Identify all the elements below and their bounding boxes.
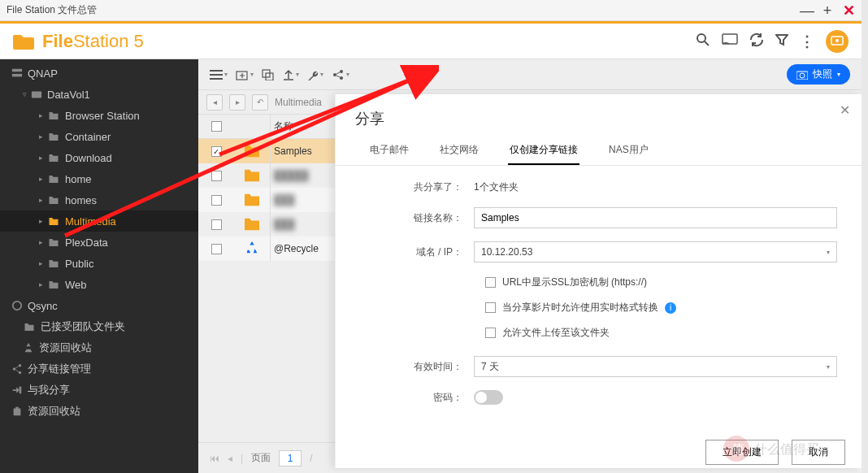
sidebar-item-label: PlexData xyxy=(65,236,108,249)
close-icon[interactable]: ✕ xyxy=(842,3,855,18)
svg-line-12 xyxy=(15,367,19,369)
sidebar-item-label: Multimedia xyxy=(65,215,116,228)
pager-first-icon[interactable]: ⏮ xyxy=(210,453,219,464)
copy-button[interactable] xyxy=(262,69,275,80)
info-icon[interactable]: i xyxy=(665,302,676,314)
view-mode-button[interactable]: ▾ xyxy=(210,69,228,80)
valid-label: 有效时间： xyxy=(360,360,474,374)
sidebar-item-label: DataVol1 xyxy=(47,89,90,101)
ssl-checkbox[interactable] xyxy=(485,277,496,288)
sidebar-item-plexdata[interactable]: ▸PlexData xyxy=(0,232,198,253)
share-button[interactable]: ▾ xyxy=(332,69,349,80)
sidebar-item-分享链接管理[interactable]: 分享链接管理 xyxy=(0,358,198,380)
nav-up-button[interactable]: ↶ xyxy=(252,94,268,111)
sidebar-item-label: Qsync xyxy=(28,300,58,312)
svg-line-1 xyxy=(705,41,709,46)
snapshot-button[interactable]: 快照▾ xyxy=(787,64,850,85)
share-tab-1[interactable]: 社交网络 xyxy=(438,137,480,165)
refresh-icon[interactable] xyxy=(749,33,764,50)
minimize-icon[interactable]: — xyxy=(800,3,813,18)
svg-point-11 xyxy=(19,371,22,375)
sidebar-item-web[interactable]: ▸Web xyxy=(0,274,198,295)
sidebar-item-label: 分享链接管理 xyxy=(28,362,91,376)
sidebar-item-home[interactable]: ▸home xyxy=(0,168,198,189)
domain-label: 域名 / IP： xyxy=(360,245,474,259)
sidebar-item-container[interactable]: ▸Container xyxy=(0,126,198,147)
svg-point-4 xyxy=(835,39,839,42)
sidebar-item-label: 资源回收站 xyxy=(39,341,92,355)
share-tab-2[interactable]: 仅创建分享链接 xyxy=(508,137,579,165)
svg-point-10 xyxy=(13,367,16,371)
sidebar: QNAP▿DataVol1▸Browser Station▸Container▸… xyxy=(0,59,198,473)
ssl-label: URL中显示SSL加密机制 (https://) xyxy=(502,276,647,289)
transcode-checkbox[interactable] xyxy=(485,302,496,313)
share-dialog: ✕ 分享 电子邮件社交网络仅创建分享链接NAS用户 共分享了： 1个文件夹 链接… xyxy=(335,94,861,468)
svg-point-27 xyxy=(800,73,805,78)
sidebar-item-资源回收站[interactable]: 资源回收站 xyxy=(0,401,198,422)
nav-back-button[interactable]: ◂ xyxy=(206,94,223,111)
transcode-label: 当分享影片时允许使用实时格式转换 xyxy=(502,301,658,315)
sidebar-item-label: Download xyxy=(65,152,112,164)
toolbar: ▾ ▾ ▾ ▾ ▾ 快照▾ xyxy=(198,59,861,90)
window-title: File Station 文件总管 xyxy=(7,3,800,17)
cast-icon[interactable] xyxy=(722,33,738,50)
sidebar-item-label: 已接受团队文件夹 xyxy=(41,319,125,334)
sidebar-item-label: Web xyxy=(65,279,87,291)
share-tab-0[interactable]: 电子邮件 xyxy=(368,137,410,165)
breadcrumb-path[interactable]: Multimedia xyxy=(275,97,322,108)
sidebar-item-label: home xyxy=(65,173,92,185)
valid-select[interactable]: 7 天▾ xyxy=(474,356,837,377)
share-summary-value: 1个文件夹 xyxy=(474,180,837,194)
more-icon[interactable]: ⋮ xyxy=(800,33,814,50)
password-toggle[interactable] xyxy=(474,390,503,405)
sidebar-item-homes[interactable]: ▸homes xyxy=(0,189,198,210)
filter-icon[interactable] xyxy=(775,33,788,50)
sidebar-item-资源回收站[interactable]: 资源回收站 xyxy=(0,337,198,358)
search-icon[interactable] xyxy=(696,33,710,50)
maximize-icon[interactable]: + xyxy=(821,3,834,18)
sidebar-item-已接受团队文件夹[interactable]: 已接受团队文件夹 xyxy=(0,316,198,337)
sidebar-item-与我分享[interactable]: 与我分享 xyxy=(0,380,198,401)
pager-current-input[interactable] xyxy=(279,450,302,466)
share-summary-label: 共分享了： xyxy=(360,180,474,194)
svg-rect-7 xyxy=(32,92,41,98)
upload-label: 允许文件上传至该文件夹 xyxy=(502,326,610,340)
titlebar: File Station 文件总管 — + ✕ xyxy=(0,0,861,21)
app-header: FileStation 5 ⋮ xyxy=(0,24,861,59)
svg-line-13 xyxy=(15,370,19,372)
upload-button[interactable]: ▾ xyxy=(283,69,299,80)
linkname-label: 链接名称： xyxy=(360,211,474,225)
svg-text:值: 值 xyxy=(731,442,744,456)
sidebar-item-qnap[interactable]: QNAP xyxy=(0,63,198,84)
sidebar-item-browser-station[interactable]: ▸Browser Station xyxy=(0,105,198,126)
watermark: 值什么值得买 xyxy=(720,432,858,468)
sidebar-item-label: homes xyxy=(65,194,97,206)
share-tabs: 电子邮件社交网络仅创建分享链接NAS用户 xyxy=(336,137,861,166)
dialog-close-icon[interactable]: ✕ xyxy=(840,102,850,118)
sidebar-item-datavol1[interactable]: ▿DataVol1 xyxy=(0,84,198,105)
pager-prev-icon[interactable]: ◂ xyxy=(228,453,232,464)
domain-select[interactable]: 10.12.20.53▾ xyxy=(474,241,837,263)
sidebar-item-multimedia[interactable]: ▸Multimedia xyxy=(0,210,198,232)
sidebar-item-public[interactable]: ▸Public xyxy=(0,253,198,274)
password-label: 密码： xyxy=(360,391,474,405)
sidebar-item-download[interactable]: ▸Download xyxy=(0,147,198,168)
pager-label: 页面 xyxy=(251,451,271,465)
tools-button[interactable]: ▾ xyxy=(307,69,323,80)
new-folder-button[interactable]: ▾ xyxy=(236,69,254,80)
sidebar-item-qsync[interactable]: Qsync xyxy=(0,295,198,316)
select-all-checkbox[interactable] xyxy=(211,121,222,132)
svg-rect-5 xyxy=(12,69,22,72)
upload-checkbox[interactable] xyxy=(485,328,496,338)
svg-point-9 xyxy=(19,364,22,367)
sidebar-item-label: 与我分享 xyxy=(28,383,70,397)
app-title: FileStation 5 xyxy=(42,31,144,52)
sidebar-item-label: Public xyxy=(65,258,93,270)
app-launcher-icon[interactable] xyxy=(826,30,848,53)
nav-forward-button[interactable]: ▸ xyxy=(229,94,245,111)
svg-point-22 xyxy=(333,73,336,76)
svg-rect-14 xyxy=(20,387,22,394)
share-tab-3[interactable]: NAS用户 xyxy=(607,137,650,165)
svg-point-21 xyxy=(340,70,343,73)
linkname-input[interactable] xyxy=(474,207,837,228)
